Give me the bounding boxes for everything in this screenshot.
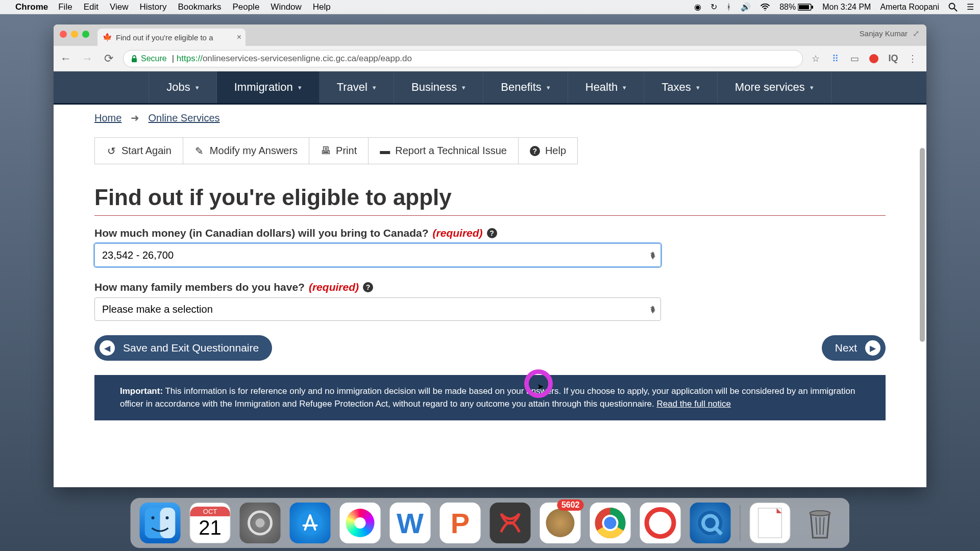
reload-button[interactable]: ⟳ [102,52,116,65]
menu-history[interactable]: History [139,2,166,12]
start-again-button[interactable]: ↺Start Again [94,137,183,164]
active-app-name[interactable]: Chrome [15,2,48,12]
dock-chrome[interactable] [590,503,631,543]
scrollbar[interactable] [920,148,925,342]
dock-quicktime[interactable] [690,503,731,543]
dock-powerpoint[interactable]: P [440,503,481,543]
close-tab-icon[interactable]: × [237,33,241,42]
chrome-window: 🍁 Find out if you're eligible to a × San… [54,24,926,487]
read-full-notice-link[interactable]: Read the full notice [656,399,731,409]
menu-bookmarks[interactable]: Bookmarks [178,2,221,12]
page-title: Find out if you're eligible to apply [94,185,886,210]
cast-icon[interactable]: ▭ [849,53,860,64]
undo-icon: ↺ [106,146,116,156]
dock-app-store[interactable] [290,503,331,543]
nav-benefits[interactable]: Benefits▾ [483,71,568,103]
print-button[interactable]: 🖶Print [309,137,369,164]
breadcrumb-online-services[interactable]: Online Services [148,112,219,123]
fullscreen-icon[interactable]: ⤢ [913,29,919,38]
bluetooth-icon[interactable]: ᚼ [726,3,731,12]
minimize-window-button[interactable] [71,31,78,38]
dock-calendar[interactable]: OCT21 [190,503,231,543]
menubar-clock[interactable]: Mon 3:24 PM [822,3,871,12]
pencil-icon: ✎ [194,146,205,156]
volume-icon[interactable]: 🔊 [741,2,751,12]
menubar-user[interactable]: Amerta Roopani [880,3,939,12]
dock-trash[interactable] [800,503,841,543]
time-machine-icon[interactable]: ↻ [710,2,717,12]
nav-health[interactable]: Health▾ [568,71,645,103]
chrome-menu-icon[interactable]: ⋮ [907,53,918,64]
tab-bar: 🍁 Find out if you're eligible to a × San… [54,24,926,46]
battery-percent: 88% [779,3,796,12]
menu-file[interactable]: File [58,2,72,12]
extension-iq-icon[interactable]: IQ [888,53,899,64]
report-issue-button[interactable]: ▬Report a Technical Issue [369,137,519,164]
modify-answers-button[interactable]: ✎Modify my Answers [183,137,309,164]
breadcrumb-home[interactable]: Home [94,112,121,123]
favicon-icon: 🍁 [103,33,112,42]
arrow-right-icon: ▶ [865,340,880,356]
save-exit-button[interactable]: ◀ Save and Exit Questionnaire [94,335,272,361]
extension-opera-icon[interactable] [868,53,879,64]
dock-mail[interactable]: 5602 [540,503,581,543]
dock-document[interactable] [750,503,791,543]
menu-people[interactable]: People [232,2,259,12]
dock-acrobat[interactable] [490,503,531,543]
maximize-window-button[interactable] [82,31,89,38]
nav-jobs[interactable]: Jobs▾ [149,71,216,103]
chevron-down-icon: ▾ [623,84,626,91]
svg-rect-2 [812,6,813,9]
svg-line-21 [823,517,824,535]
menu-view[interactable]: View [110,2,129,12]
page-viewport: Jobs▾ Immigration▾ Travel▾ Business▾ Ben… [54,71,926,487]
window-controls [60,31,89,38]
dock-itunes[interactable] [340,503,381,543]
family-select[interactable]: Please make a selection [94,297,661,321]
comment-icon: ▬ [380,146,390,156]
help-tooltip-icon[interactable]: ? [487,228,497,238]
address-bar-row: ← → ⟳ Secure | https://onlineservices-se… [54,46,926,71]
family-select-wrap: Please make a selection ▴▾ [94,297,661,321]
dock-opera[interactable] [640,503,681,543]
money-select[interactable]: 23,542 - 26,700 [94,243,661,267]
browser-tab[interactable]: 🍁 Find out if you're eligible to a × [97,29,246,46]
spotlight-icon[interactable] [948,3,958,12]
nav-travel[interactable]: Travel▾ [320,71,394,103]
menu-help[interactable]: Help [313,2,331,12]
back-button[interactable]: ← [59,52,73,65]
close-window-button[interactable] [60,31,67,38]
help-tooltip-icon[interactable]: ? [363,282,373,292]
notification-center-icon[interactable]: ☰ [967,2,974,12]
chevron-down-icon: ▾ [195,84,199,91]
svg-rect-1 [799,5,809,9]
battery-status[interactable]: 88% [779,3,813,12]
mail-badge: 5602 [557,499,584,511]
nav-more-services[interactable]: More services▾ [718,71,831,103]
secure-badge: Secure [131,54,167,63]
chevron-down-icon: ▾ [298,84,302,91]
svg-rect-7 [160,508,176,538]
omnibox[interactable]: Secure | https://onlineservices-services… [123,50,803,67]
nav-immigration[interactable]: Immigration▾ [217,71,320,103]
help-button[interactable]: ?Help [519,137,578,164]
wifi-icon[interactable] [760,4,770,11]
screen-record-icon[interactable]: ◉ [694,2,701,12]
bookmark-star-icon[interactable]: ☆ [810,53,821,64]
print-icon: 🖶 [321,146,331,156]
chrome-profile-name[interactable]: Sanjay Kumar [860,29,908,38]
chevron-down-icon: ▾ [696,84,700,91]
dock-word[interactable]: W [390,503,431,543]
dock-system-preferences[interactable] [240,503,281,543]
next-button[interactable]: Next ▶ [822,335,886,361]
menu-edit[interactable]: Edit [84,2,99,12]
tab-title: Find out if you're eligible to a [116,33,213,42]
url-path: onlineservices-servicesenligne.cic.gc.ca… [203,54,412,64]
svg-point-11 [256,518,265,528]
translate-icon[interactable]: ⠿ [829,53,841,64]
nav-taxes[interactable]: Taxes▾ [644,71,717,103]
nav-business[interactable]: Business▾ [394,71,483,103]
dock-finder[interactable] [140,503,181,543]
chevron-down-icon: ▾ [810,84,814,91]
menu-window[interactable]: Window [271,2,301,12]
